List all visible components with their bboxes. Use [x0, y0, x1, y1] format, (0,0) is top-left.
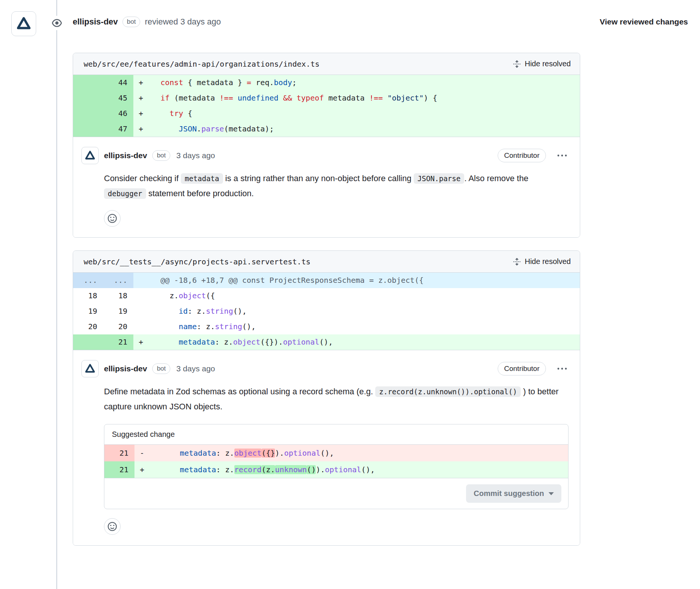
- reviewer-avatar[interactable]: [11, 11, 36, 36]
- file-path-link[interactable]: web/src/ee/features/admin-api/organizati…: [84, 60, 319, 69]
- code-segment: (),: [361, 465, 375, 474]
- pr-review-timeline: ellipsis-dev bot reviewed 3 days ago Vie…: [0, 0, 700, 589]
- smiley-icon: [108, 214, 117, 223]
- code-segment: metadata: [324, 93, 369, 102]
- hide-resolved-button[interactable]: Hide resolved: [513, 257, 571, 266]
- code-segment: const: [160, 78, 183, 87]
- code-segment: if: [160, 93, 170, 102]
- comment-author[interactable]: ellipsis-dev: [104, 151, 147, 160]
- code-segment: req.: [251, 78, 274, 87]
- code-segment: record: [234, 465, 261, 474]
- unfold-icon: [513, 60, 521, 68]
- code-line: metadata: z.record(z.unknown()).optional…: [153, 461, 568, 478]
- inline-code: debugger: [104, 188, 146, 199]
- code-segment: &&: [283, 93, 292, 102]
- diff-sign: +: [133, 106, 151, 121]
- code-segment: object: [179, 291, 206, 300]
- code-segment: [160, 337, 179, 346]
- comment-avatar[interactable]: [81, 360, 99, 377]
- code-segment: string: [215, 322, 242, 331]
- code-segment: metadata: [179, 337, 215, 346]
- contributor-badge: Contributor: [498, 362, 546, 375]
- view-reviewed-changes-link[interactable]: View reviewed changes: [600, 17, 688, 26]
- timeline-line: [56, 0, 57, 589]
- code-segment: : z.: [215, 337, 233, 346]
- comment-avatar[interactable]: [81, 147, 99, 164]
- comment-header: ellipsis-dev bot 3 days ago Contributor: [81, 360, 569, 377]
- code-segment: [162, 449, 180, 458]
- comment-timestamp[interactable]: 3 days ago: [176, 151, 215, 160]
- code-line: metadata: z.object({}).optional(),: [153, 445, 568, 461]
- code-segment: (),: [242, 322, 256, 331]
- hide-resolved-label: Hide resolved: [525, 60, 571, 68]
- chevron-down-icon: [549, 492, 554, 495]
- code-segment: name: [179, 322, 197, 331]
- code-segment: [160, 124, 179, 133]
- code-segment: ).: [275, 449, 284, 458]
- code-line: metadata: z.object({}).optional(),: [151, 334, 580, 350]
- code-segment: [160, 322, 179, 331]
- file-header: web/src/__tests__/async/projects-api.ser…: [73, 251, 580, 273]
- suggestion-diff: 21- metadata: z.object({}).optional(),21…: [104, 445, 568, 478]
- diff-sign: [133, 288, 151, 304]
- code-segment: try: [170, 109, 183, 118]
- line-number: 19: [103, 304, 133, 319]
- code-segment: ).: [316, 465, 325, 474]
- diff-sign: +: [134, 461, 153, 478]
- hide-resolved-button[interactable]: Hide resolved: [513, 60, 571, 68]
- code-segment: metadata: [180, 449, 216, 458]
- diff-sign: -: [134, 445, 153, 461]
- diff-sign: [133, 304, 151, 319]
- line-number: 45: [103, 90, 133, 106]
- bot-badge: bot: [152, 363, 170, 374]
- diff-row-add: 45+if (metadata !== undefined && typeof …: [73, 90, 580, 106]
- code-segment: (),: [320, 449, 334, 458]
- code-line: JSON.parse(metadata);: [151, 121, 580, 137]
- ellipsis-logo-icon: [16, 16, 32, 32]
- code-segment: [162, 465, 180, 474]
- code-segment: .: [197, 124, 201, 133]
- suggested-change-box: Suggested change 21- metadata: z.object(…: [104, 424, 569, 509]
- diff-sign: +: [133, 90, 151, 106]
- file-path-link[interactable]: web/src/__tests__/async/projects-api.ser…: [84, 257, 310, 266]
- code-segment: (z.: [261, 465, 275, 474]
- code-segment: : z.: [188, 307, 206, 316]
- code-line: @@ -18,6 +18,7 @@ const ProjectResponseS…: [151, 273, 580, 288]
- suggestion-footer: Commit suggestion: [104, 478, 568, 509]
- line-number: 47: [103, 121, 133, 137]
- code-segment: object: [234, 449, 261, 458]
- code-diff: 44+const { metadata } = req.body;45+if (…: [73, 75, 580, 137]
- comment-options-button[interactable]: [556, 366, 569, 372]
- reviewer-name[interactable]: ellipsis-dev: [73, 17, 118, 27]
- add-reaction-button[interactable]: [104, 210, 121, 227]
- unfold-icon: [513, 258, 521, 266]
- add-reaction-button[interactable]: [104, 518, 121, 535]
- comment-timestamp[interactable]: 3 days ago: [176, 364, 215, 373]
- comment-options-button[interactable]: [556, 153, 569, 159]
- bot-badge: bot: [122, 17, 141, 27]
- commit-suggestion-label: Commit suggestion: [474, 489, 544, 498]
- line-number: 20: [73, 319, 103, 334]
- diff-row-ctx: 1919 id: z.string(),: [73, 304, 580, 319]
- code-line: z.object({: [151, 288, 580, 304]
- code-segment: [233, 93, 238, 102]
- hide-resolved-label: Hide resolved: [525, 257, 571, 266]
- diff-sign: [133, 273, 151, 288]
- code-segment: : z.: [216, 465, 234, 474]
- comment-author[interactable]: ellipsis-dev: [104, 364, 147, 373]
- code-segment: optional: [284, 449, 320, 458]
- commit-suggestion-button[interactable]: Commit suggestion: [466, 484, 561, 503]
- line-number: 44: [103, 75, 133, 90]
- review-comment: ellipsis-dev bot 3 days ago Contributor …: [73, 350, 580, 545]
- code-segment: optional: [283, 337, 319, 346]
- line-number: [73, 334, 103, 350]
- line-number: 21: [104, 461, 134, 478]
- line-number: [73, 75, 103, 90]
- review-header: ellipsis-dev bot reviewed 3 days ago Vie…: [73, 17, 688, 27]
- code-segment: undefined: [238, 93, 278, 102]
- code-segment: ({: [206, 291, 215, 300]
- code-segment: z.: [160, 291, 179, 300]
- inline-code: metadata: [181, 173, 223, 184]
- code-segment: @@ -18,6 +18,7 @@ const ProjectResponseS…: [160, 276, 423, 285]
- code-segment: ({}).: [260, 337, 283, 346]
